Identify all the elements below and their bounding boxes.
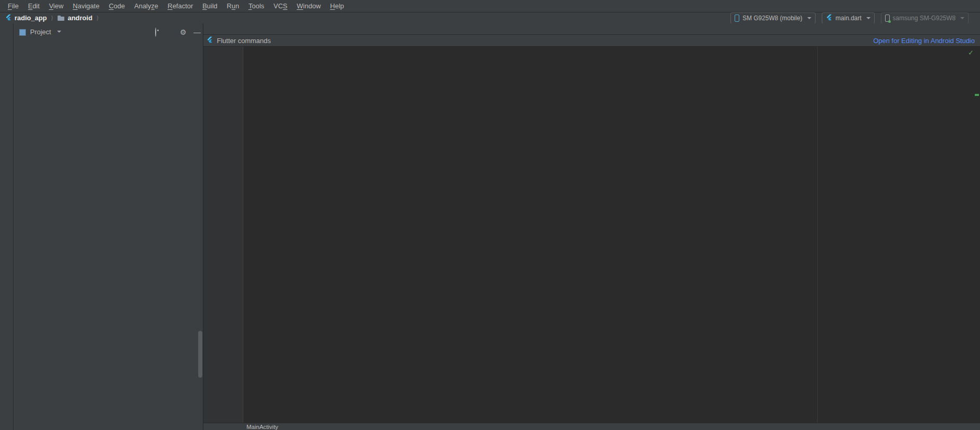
flutter-device-selector[interactable]: samsung SM-G925W8 [881,12,969,24]
device-selector-value: SM G925W8 (mobile) [742,15,802,22]
breadcrumb-separator-icon: ⟩ [96,15,99,21]
open-in-android-studio-link[interactable]: Open for Editing in Android Studio [873,37,975,45]
flutter-icon [206,36,213,45]
chevron-down-icon [960,17,964,19]
inspections-ok-icon[interactable]: ✓ [968,49,974,57]
flutter-commands-label: Flutter commands [217,37,271,45]
tool-window-stripe [0,23,13,430]
run-config-value: main.dart [836,15,862,22]
project-view-icon [19,29,26,36]
menu-item-view[interactable]: View [44,0,68,12]
phone-icon [735,15,739,22]
navigation-toolbar: radio_app⟩android⟩ SM G925W8 (mobile) ma… [0,12,980,24]
scrollbar-highlight-mark [975,94,979,96]
right-margin-guide [817,47,818,423]
phone-icon [885,15,890,22]
run-toolbar: SM G925W8 (mobile) main.dart samsung SM-… [730,12,975,24]
menu-item-help[interactable]: Help [325,0,349,12]
menu-item-code[interactable]: Code [104,0,130,12]
editor-gutter [203,47,243,423]
folder-android-icon [57,14,65,22]
menu-item-edit[interactable]: Edit [23,0,44,12]
menu-item-vcs[interactable]: VCS [269,0,292,12]
flutter-icon [5,14,12,22]
flutter-commands-bar: Flutter commands Open for Editing in And… [203,35,980,47]
collapse-all-button[interactable] [164,28,173,36]
menu-item-analyze[interactable]: Analyze [130,0,163,12]
breadcrumb: radio_app⟩android⟩ [4,14,102,22]
menu-item-tools[interactable]: Tools [244,0,269,12]
menu-item-navigate[interactable]: Navigate [68,0,104,12]
menu-item-run[interactable]: Run [222,0,244,12]
gear-icon[interactable]: ⚙ [179,28,187,36]
breadcrumb-item-android[interactable]: android [56,14,93,22]
project-panel-title[interactable]: Project [30,28,51,36]
menu-item-build[interactable]: Build [198,0,222,12]
flutter-device-value: samsung SM-G925W8 [893,15,956,22]
editor-area: Flutter commands Open for Editing in And… [203,23,980,430]
project-panel-header: Project ⚙ — [13,23,203,42]
menu-item-refactor[interactable]: Refactor [163,0,198,12]
editor-breadcrumb[interactable]: MainActivity [246,424,278,430]
breadcrumb-label: android [67,14,92,22]
editor-breadcrumb-bar: MainActivity [203,423,980,430]
menu-item-file[interactable]: File [3,0,23,12]
breadcrumb-item-radio_app[interactable]: radio_app [4,14,48,22]
hide-panel-button[interactable]: — [193,28,201,36]
run-config-selector[interactable]: main.dart [822,12,875,24]
flutter-icon [826,14,833,22]
breadcrumb-separator-icon: ⟩ [51,15,53,21]
project-scrollbar-thumb[interactable] [198,331,202,378]
project-panel: Project ⚙ — [13,23,203,430]
device-selector[interactable]: SM G925W8 (mobile) [730,12,815,24]
menu-item-window[interactable]: Window [292,0,325,12]
chevron-down-icon[interactable] [57,31,61,33]
code-editor[interactable] [203,47,980,423]
breadcrumb-label: radio_app [15,14,47,22]
chevron-down-icon [807,17,811,19]
editor-tab-bar [203,23,980,35]
locate-file-button[interactable] [151,28,160,36]
chevron-down-icon [866,17,871,19]
menu-bar: FileEditViewNavigateCodeAnalyzeRefactorB… [0,0,980,12]
